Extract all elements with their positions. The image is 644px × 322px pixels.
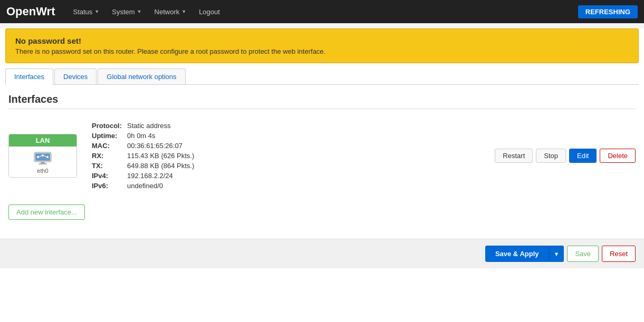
add-new-interface-button[interactable]: Add new interface... [8, 204, 85, 220]
rx-row: RX: 115.43 KB (626 Pkts.) [90, 151, 196, 161]
nav-item-system[interactable]: System ▼ [107, 5, 147, 19]
chevron-down-icon: ▼ [94, 9, 99, 14]
stop-button[interactable]: Stop [536, 149, 566, 163]
interface-row: LAN [8, 115, 636, 196]
ethernet-icon [33, 151, 52, 166]
svg-rect-3 [39, 163, 47, 164]
brand-logo[interactable]: OpenWrt [6, 5, 55, 18]
mac-value: 00:36:61:65:26:07 [125, 141, 196, 151]
interfaces-section: Interfaces LAN [0, 85, 644, 228]
network-interface-icon [32, 151, 53, 167]
save-button[interactable]: Save [567, 246, 599, 262]
nav-item-status[interactable]: Status ▼ [68, 5, 104, 19]
ipv4-value: 192.168.2.2/24 [125, 171, 196, 181]
nav-link-system[interactable]: System ▼ [107, 5, 147, 19]
interface-name-label: LAN [9, 134, 76, 147]
nav-link-status[interactable]: Status ▼ [68, 5, 104, 19]
interface-details: Protocol: Static address Uptime: 0h 0m 4… [90, 121, 482, 191]
save-apply-group: Save & Apply ▼ [485, 246, 564, 262]
no-password-alert: No password set! There is no password se… [5, 28, 639, 63]
rx-value: 115.43 KB (626 Pkts.) [125, 151, 196, 161]
chevron-down-icon: ▼ [181, 9, 186, 14]
svg-rect-2 [41, 162, 45, 163]
nav-menu: Status ▼ System ▼ Network ▼ Logout [68, 5, 578, 19]
section-title: Interfaces [8, 93, 636, 109]
ipv6-value: undefined/0 [125, 181, 196, 191]
ipv6-row: IPv6: undefined/0 [90, 181, 196, 191]
tx-row: TX: 649.88 KB (864 Pkts.) [90, 161, 196, 171]
protocol-value: Static address [125, 121, 196, 131]
alert-title: No password set! [15, 36, 629, 45]
navbar: OpenWrt Status ▼ System ▼ Network ▼ Logo… [0, 0, 644, 23]
reset-button[interactable]: Reset [602, 246, 636, 262]
nav-item-network[interactable]: Network ▼ [149, 5, 192, 19]
tab-devices[interactable]: Devices [54, 69, 97, 84]
uptime-label: Uptime: [90, 131, 125, 141]
nav-link-logout[interactable]: Logout [194, 5, 225, 19]
save-and-apply-dropdown-button[interactable]: ▼ [549, 246, 564, 262]
tx-value: 649.88 KB (864 Pkts.) [125, 161, 196, 171]
protocol-label: Protocol: [90, 121, 125, 131]
interface-details-table: Protocol: Static address Uptime: 0h 0m 4… [90, 121, 196, 191]
mac-row: MAC: 00:36:61:65:26:07 [90, 141, 196, 151]
interface-card-body: eth0 [9, 147, 76, 177]
save-and-apply-button[interactable]: Save & Apply [485, 246, 549, 262]
uptime-row: Uptime: 0h 0m 4s [90, 131, 196, 141]
footer-bar: Save & Apply ▼ Save Reset [0, 239, 644, 268]
interface-actions: Restart Stop Edit Delete [495, 149, 636, 163]
rx-label: RX: [90, 151, 125, 161]
main-content: No password set! There is no password se… [0, 28, 644, 322]
delete-button[interactable]: Delete [600, 149, 636, 163]
uptime-value: 0h 0m 4s [125, 131, 196, 141]
interface-card-lan: LAN [8, 134, 77, 178]
tx-label: TX: [90, 161, 125, 171]
protocol-row: Protocol: Static address [90, 121, 196, 131]
restart-button[interactable]: Restart [495, 149, 533, 163]
interface-eth-label: eth0 [37, 168, 48, 174]
tab-global-network-options[interactable]: Global network options [98, 69, 185, 84]
ipv4-row: IPv4: 192.168.2.2/24 [90, 171, 196, 181]
ipv4-label: IPv4: [90, 171, 125, 181]
chevron-down-icon: ▼ [137, 9, 142, 14]
tab-bar: Interfaces Devices Global network option… [5, 69, 639, 85]
nav-link-network[interactable]: Network ▼ [149, 5, 192, 19]
refreshing-button[interactable]: REFRESHING [578, 5, 638, 18]
edit-button[interactable]: Edit [569, 149, 597, 163]
nav-item-logout[interactable]: Logout [194, 5, 225, 19]
alert-message: There is no password set on this router.… [15, 47, 629, 55]
ipv6-label: IPv6: [90, 181, 125, 191]
mac-label: MAC: [90, 141, 125, 151]
tab-interfaces[interactable]: Interfaces [5, 69, 53, 85]
